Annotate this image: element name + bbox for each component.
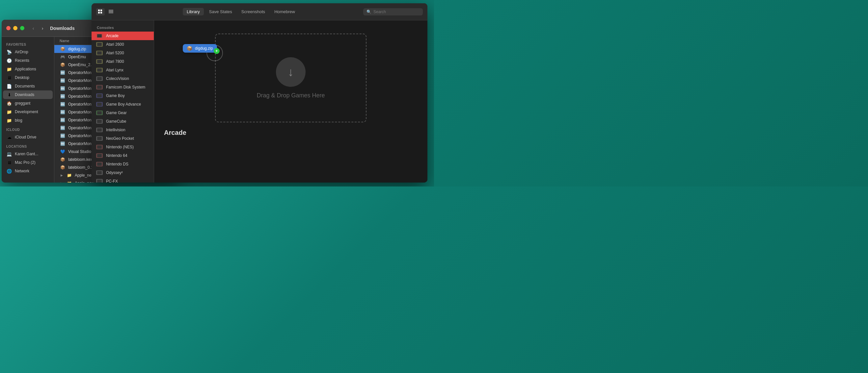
emu-search-bar[interactable]: 🔍 — [363, 8, 423, 15]
grid-icon — [98, 9, 103, 14]
drag-file-icon: 📦 — [187, 46, 192, 51]
sidebar-item-documents[interactable]: 📄 Documents — [3, 82, 53, 91]
svg-rect-2 — [98, 12, 100, 13]
console-item-nds[interactable]: Nintendo DS — [92, 160, 154, 168]
emu-grid-view-button[interactable] — [96, 8, 105, 15]
console-item-atari-5200[interactable]: Atari 5200 — [92, 49, 154, 57]
console-item-intellivision[interactable]: Intellivision — [92, 126, 154, 134]
sidebar-item-downloads[interactable]: ⬇ Downloads — [3, 91, 53, 99]
applications-icon: 📁 — [6, 66, 12, 72]
documents-icon: 📄 — [6, 83, 12, 89]
sidebar-label-greggant: greggant — [15, 101, 30, 106]
search-input[interactable] — [373, 9, 420, 14]
console-name-atari7800: Atari 7800 — [106, 59, 124, 64]
drop-arrow-circle: ↓ — [276, 57, 306, 87]
macpro-icon: 🖥 — [6, 160, 12, 165]
file-name-digdug: digdug.zip — [68, 47, 86, 51]
console-name-gamegear: Game Gear — [106, 110, 127, 115]
console-item-famicom-disk[interactable]: Famicom Disk System — [92, 83, 154, 92]
finder-close-button[interactable] — [6, 26, 10, 30]
file-icon-font1: 🔤 — [60, 70, 65, 76]
finder-back-button[interactable]: ‹ — [30, 25, 37, 32]
console-name-gba: Game Boy Advance — [106, 102, 141, 107]
console-name-pcfx: PC-FX — [106, 179, 118, 182]
finder-forward-button[interactable]: › — [39, 25, 46, 32]
gamegear-icon — [96, 110, 103, 115]
gameboy-icon — [96, 93, 103, 98]
console-item-nes[interactable]: Nintendo (NES) — [92, 143, 154, 151]
sidebar-item-icloud-drive[interactable]: ☁ iCloud Drive — [3, 133, 53, 141]
emu-list-view-button[interactable] — [107, 8, 115, 15]
sidebar-section-locations: Locations — [2, 141, 54, 150]
sidebar-item-development[interactable]: 📁 Development — [3, 108, 53, 116]
svg-rect-5 — [108, 11, 113, 12]
gba-icon — [96, 102, 103, 107]
gamecube-icon — [96, 119, 103, 124]
console-item-colecovision[interactable]: ColecoVision — [92, 74, 154, 83]
sidebar-item-recents[interactable]: 🕐 Recents — [3, 56, 53, 65]
console-name-coleco: ColecoVision — [106, 76, 129, 81]
console-name-odyssey2: Odyssey² — [106, 170, 123, 175]
console-item-atari-2600[interactable]: Atari 2600 — [92, 40, 154, 49]
file-icon-font3: 🔤 — [60, 86, 65, 92]
finder-window-buttons — [6, 26, 24, 30]
console-item-game-boy[interactable]: Game Boy — [92, 92, 154, 100]
console-item-atari-7800[interactable]: Atari 7800 — [92, 57, 154, 66]
emu-tab-homebrew[interactable]: Homebrew — [270, 8, 299, 15]
console-name-neogeo: NeoGeo Pocket — [106, 136, 134, 141]
sidebar-label-applications: Applications — [15, 67, 36, 71]
console-item-atari-lynx[interactable]: Atari Lynx — [92, 66, 154, 74]
sidebar-section-favorites: Favorites — [2, 39, 54, 48]
sidebar-label-icloud: iCloud Drive — [15, 135, 36, 139]
sidebar-item-greggant[interactable]: 🏠 greggant — [3, 99, 53, 108]
emu-tab-save-states[interactable]: Save States — [205, 8, 236, 15]
neogeo-icon — [96, 136, 103, 141]
file-icon-silver: 📁 — [66, 180, 72, 182]
console-item-neogeo[interactable]: NeoGeo Pocket — [92, 134, 154, 143]
console-item-gamecube[interactable]: GameCube — [92, 117, 154, 126]
sidebar-item-applications[interactable]: 📁 Applications — [3, 65, 53, 73]
console-item-pcfx[interactable]: PC-FX — [92, 177, 154, 182]
atari2600-icon — [96, 42, 103, 47]
sidebar-item-airdrop[interactable]: 📡 AirDrop — [3, 48, 53, 56]
file-icon-digdug: 📦 — [60, 46, 65, 52]
sidebar-item-karen-gant[interactable]: 💻 Karen Gant... — [3, 150, 53, 158]
svg-rect-6 — [108, 12, 113, 13]
svg-rect-1 — [100, 9, 102, 11]
console-name-atari2600: Atari 2600 — [106, 42, 124, 47]
finder-nav: ‹ › — [30, 25, 46, 32]
finder-minimize-button[interactable] — [13, 26, 18, 30]
drop-zone[interactable]: 📦 digdug.zip + ↓ Drag & Drop Games Here — [215, 34, 367, 122]
console-item-odyssey2[interactable]: Odyssey² — [92, 168, 154, 177]
sidebar-item-blog[interactable]: 📁 blog — [3, 116, 53, 125]
sidebar-section-icloud: iCloud — [2, 125, 54, 133]
emu-tab-library[interactable]: Library — [183, 8, 204, 15]
console-item-n64[interactable]: Nintendo 64 — [92, 151, 154, 160]
console-sidebar: Consoles Arcade Atari 2600 Atari 5200 At… — [92, 21, 154, 182]
sidebar-item-mac-pro[interactable]: 🖥 Mac Pro (2) — [3, 158, 53, 167]
console-item-arcade[interactable]: Arcade — [92, 32, 154, 40]
emu-tab-screenshots[interactable]: Screenshots — [238, 8, 269, 15]
sidebar-label-desktop: Desktop — [15, 75, 29, 80]
sidebar-item-network[interactable]: 🌐 Network — [3, 167, 53, 175]
n64-icon — [96, 153, 103, 158]
console-item-game-boy-advance[interactable]: Game Boy Advance — [92, 100, 154, 108]
odyssey-icon — [96, 170, 103, 175]
finder-maximize-button[interactable] — [20, 26, 24, 30]
file-icon-font8: 🔤 — [60, 125, 65, 131]
console-name-nds: Nintendo DS — [106, 162, 128, 166]
expand-icon-silver: ▶ — [60, 181, 64, 182]
drag-file-badge: 📦 digdug.zip + — [183, 44, 217, 53]
drag-plus-icon: + — [214, 48, 220, 54]
file-name-latebloom-kext: latebloom.kext — [68, 157, 94, 162]
sidebar-item-desktop[interactable]: 🖥 Desktop — [3, 73, 53, 82]
console-name-gameboy: Game Boy — [106, 93, 125, 98]
console-item-game-gear[interactable]: Game Gear — [92, 108, 154, 117]
arcade-console-icon — [96, 34, 103, 38]
karen-icon: 💻 — [6, 151, 12, 157]
sidebar-label-development: Development — [15, 109, 38, 114]
file-icon-latebloom-zip: 📦 — [60, 165, 65, 170]
console-name-atari5200: Atari 5200 — [106, 50, 124, 55]
list-icon — [108, 9, 113, 14]
sidebar-label-downloads: Downloads — [15, 93, 34, 97]
